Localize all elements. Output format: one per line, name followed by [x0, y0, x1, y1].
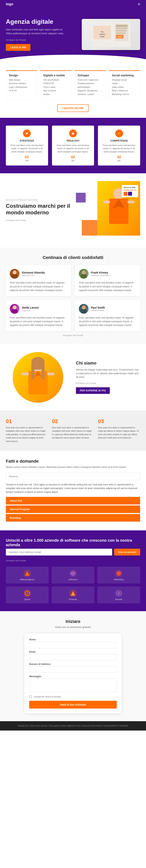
- service-list-social: Strategie social media Video online Blog…: [112, 79, 137, 96]
- svg-rect-32: [47, 372, 55, 375]
- elevate-name: Elevate: [100, 598, 137, 600]
- faq-item-branding[interactable]: Branding: [6, 514, 140, 522]
- service-item: HTML/CSS: [43, 82, 68, 85]
- studio-right: We Are A Web Design Agency: [76, 181, 140, 240]
- logo: logo: [6, 2, 13, 6]
- hero-image-link: Immagine da Freepik: [6, 39, 68, 41]
- svg-point-41: [27, 592, 28, 594]
- partner-logo-making: Making Agency: [6, 567, 49, 584]
- partner-logo-djuolo: Djuolo: [6, 586, 49, 603]
- service-item: UI & UX: [9, 89, 34, 92]
- promote-name: Promote: [55, 598, 91, 600]
- service-list-digitale: iOS and Android HTML/CSS Crea e salva Ap…: [43, 79, 68, 96]
- faq-body-text: Tornaet in id velit non nisl. Click agit…: [6, 483, 140, 494]
- avatar-1: [10, 269, 20, 279]
- name-group: Nome: [29, 638, 117, 648]
- testi-info-1: Giovanni Almeida Agenzia CEO: [22, 271, 45, 277]
- numbered-text-3: Duis aute irure dolor in reprehenderit i…: [98, 426, 140, 440]
- phone-label: Numero di telefono: [29, 663, 117, 665]
- service-card-social: Social marketing Strategie social media …: [109, 70, 140, 99]
- stat-desc-competenze: Proin sed libero enim sed faucibus turpi…: [101, 144, 137, 153]
- chi-siamo-section: Chi siamo Ultrices dui integer malesuada…: [0, 344, 146, 410]
- hero-title: Agenzia digitale: [6, 18, 68, 25]
- service-card-design: Design Web design Direzione artistica Lo…: [6, 70, 37, 99]
- making-agency-icon: [23, 569, 31, 577]
- email-input[interactable]: [29, 654, 117, 660]
- testi-text-4: Proin sed libero enim sed faucibus turpi…: [79, 316, 136, 327]
- message-group: Messaggio: [29, 675, 117, 693]
- chi-siamo-image: [13, 352, 63, 403]
- testimonial-card-4: Paul Smith Direttore delle Proin sed lib…: [75, 300, 140, 331]
- phone-input[interactable]: [29, 666, 117, 673]
- testi-info-4: Paul Smith Direttore delle: [91, 306, 105, 312]
- partners-create-account-button[interactable]: Crea un account: [114, 549, 140, 556]
- svg-rect-36: [42, 364, 45, 379]
- hamburger-menu[interactable]: ≡: [138, 2, 140, 6]
- stat-card-strategia: ★ STRATEGIA Proin sed libero enim sed fa…: [6, 126, 48, 166]
- studio-label: STUDIO DI PROGETTAZIONE: [6, 199, 70, 201]
- service-item: iOS and Android: [43, 79, 68, 82]
- services-values-button[interactable]: I NOSTRI VALORI: [57, 104, 89, 112]
- email-group: Email: [29, 651, 117, 660]
- svg-rect-15: [103, 200, 110, 204]
- name-input[interactable]: [29, 642, 117, 648]
- stat-card-risultati: ◆ RISULTATI Proin sed libero enim sed fa…: [52, 126, 94, 166]
- risultati-icon: ◆: [69, 129, 77, 137]
- service-item: Front-end e back-end: [78, 79, 103, 82]
- numbered-section: 01 Duis aute irure dolor in reprehenderi…: [0, 410, 146, 451]
- testi-role-1: Agenzia CEO: [22, 274, 45, 277]
- competenze-icon: ✓: [115, 129, 123, 137]
- faq-item-about[interactable]: About Our: [6, 497, 140, 504]
- testi-text-1: Proin sed libero enim sed faucibus turpi…: [10, 281, 67, 292]
- faq-search-input[interactable]: [6, 473, 140, 480]
- hero-text: Agenzia digitale Nam venenatis cras sed …: [6, 18, 68, 51]
- chi-siamo-description: Ultrices dui integer malesuada nam arcu.…: [76, 368, 140, 379]
- stat-title-competenze: COMPETENZE: [101, 139, 137, 142]
- numbered-num-3: 03: [98, 418, 140, 425]
- partners-form: Crea un account: [6, 549, 140, 556]
- partner-logo-promote: Promote: [52, 586, 94, 603]
- iniziare-form-card: Nome Email Numero di telefono Messaggio …: [24, 633, 122, 713]
- services-section: Design Web design Direzione artistica Lo…: [0, 62, 146, 118]
- service-item: Magento, Wordpress,: [78, 89, 103, 92]
- hero-cta-button[interactable]: LEGGI DI PIÙ: [6, 44, 30, 51]
- stat-desc-risultati: Proin sed libero enim sed faucibus turpi…: [55, 144, 91, 153]
- partners-email-input[interactable]: [6, 549, 112, 556]
- hero-wave: [0, 55, 146, 62]
- stats-section: ★ STRATEGIA Proin sed libero enim sed fa…: [0, 118, 146, 174]
- svg-rect-4: [116, 30, 126, 32]
- djuolo-name: Djuolo: [9, 598, 46, 600]
- numbered-item-1: 01 Duis aute irure dolor in reprehenderi…: [6, 418, 48, 443]
- service-title-social: Social marketing: [112, 74, 137, 77]
- terms-row: I accept the Terms of Service.: [29, 695, 117, 698]
- iniziare-section: Iniziare Inizia con un preventivo gratui…: [0, 611, 146, 721]
- service-card-sviluppo: Sviluppo Front-end e back-end Programmaz…: [75, 70, 106, 99]
- partner-logo-marketing: Marketing: [97, 567, 140, 584]
- testimonial-card-2: Frank Kinney Direttore Finanziario Proin…: [75, 265, 140, 296]
- submit-button[interactable]: Invia la tua richiesta: [29, 701, 117, 709]
- terms-checkbox[interactable]: [29, 695, 32, 698]
- making-agency-name: Making Agency: [9, 578, 46, 581]
- testi-name-1: Giovanni Almeida: [22, 271, 45, 274]
- numbered-item-2: 02 Duis aute irure dolor in reprehenderi…: [52, 418, 94, 443]
- numbered-text-2: Duis aute irure dolor in reprehenderit i…: [52, 426, 94, 440]
- orange-decoration: [82, 220, 97, 236]
- numbered-num-1: 01: [6, 418, 48, 425]
- message-textarea[interactable]: [29, 679, 117, 692]
- service-item: media: [112, 82, 137, 85]
- iniziare-title: Iniziare: [6, 619, 140, 624]
- hero-section: Agenzia digitale Nam venenatis cras sed …: [0, 8, 146, 62]
- service-item: Crea e salva: [43, 86, 68, 89]
- service-item: Analisi: [43, 93, 68, 96]
- numbered-grid: 01 Duis aute irure dolor in reprehenderi…: [6, 418, 140, 443]
- svg-marker-38: [70, 571, 76, 576]
- faq-item-special[interactable]: Special Program: [6, 505, 140, 513]
- chi-siamo-title: Chi siamo: [76, 361, 140, 366]
- studio-left: STUDIO DI PROGETTAZIONE Costruiamo march…: [6, 199, 70, 222]
- service-item: Direzione artistica: [9, 82, 34, 85]
- chi-siamo-left: [6, 352, 70, 403]
- svg-point-39: [116, 571, 121, 576]
- chi-siamo-button[interactable]: PER SAPERNE DI PIÙ: [76, 387, 110, 394]
- service-item: Marketing, click to: [112, 93, 137, 96]
- service-title-design: Design: [9, 74, 34, 77]
